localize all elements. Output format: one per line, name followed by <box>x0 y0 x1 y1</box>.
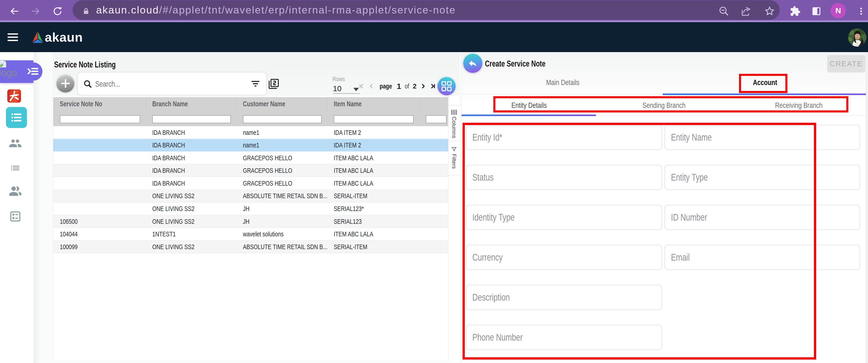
share-icon[interactable] <box>740 0 752 22</box>
table-cell: ABSOLUTE TIME RETAIL SDN B... <box>236 190 327 202</box>
zoom-out-icon[interactable] <box>718 0 730 22</box>
bookmark-star-icon[interactable] <box>764 0 776 22</box>
back-button[interactable] <box>463 54 483 73</box>
table-row[interactable]: IDA BRANCHGRACEPOS HELLOITEM ABC LALA <box>53 164 448 177</box>
column-filter-input[interactable] <box>60 115 140 123</box>
table-cell: 100099 <box>53 241 146 253</box>
tab-main-details[interactable]: Main Details <box>484 76 642 89</box>
column-filter-input[interactable] <box>152 115 231 123</box>
sidebar-item-ballot-icon[interactable] <box>9 210 22 223</box>
pages-count-icon[interactable] <box>268 78 279 89</box>
table-row[interactable]: 106500ONE LIVING SS2JHSERIAL123 <box>53 215 448 228</box>
column-header[interactable]: Branch Name <box>146 97 236 111</box>
url-path: /#/applet/tnt/wavelet/erp/internal-rma-a… <box>159 4 456 16</box>
next-page-icon[interactable] <box>420 83 427 90</box>
browser-profile-badge[interactable]: N <box>831 3 846 18</box>
sidebar-item-people-alt-icon[interactable] <box>9 184 22 197</box>
page-total: 2 <box>413 82 417 90</box>
table-cell <box>419 126 448 139</box>
table-cell <box>53 190 146 202</box>
page-scrollbar[interactable] <box>866 52 868 363</box>
table-cell <box>53 164 146 177</box>
broken-image-icon <box>0 60 6 68</box>
page-word: page <box>380 82 392 90</box>
extensions-puzzle-icon[interactable] <box>789 0 801 22</box>
user-avatar[interactable] <box>848 28 866 47</box>
create-button[interactable]: CREATE <box>827 55 865 73</box>
table-cell: GRACEPOS HELLO <box>236 164 327 177</box>
table-cell <box>419 241 448 253</box>
browser-back-icon[interactable] <box>9 0 20 22</box>
tab-filters[interactable]: Filters <box>448 141 460 175</box>
sidebar-shadow <box>34 52 50 363</box>
tab-columns-label: Columns <box>451 117 457 138</box>
table-row[interactable]: IDA BRANCHname1IDA ITEM 2 <box>53 139 448 152</box>
search-icon <box>83 79 92 89</box>
pagination: page 1 of 2 <box>358 81 436 91</box>
tenant-app-icon[interactable] <box>7 89 21 103</box>
annotation-box-subtabs <box>493 96 848 112</box>
column-filter-input[interactable] <box>334 115 414 123</box>
table-cell <box>419 139 448 151</box>
annotation-box-account-tab <box>739 74 787 93</box>
page-current: 1 <box>397 82 401 91</box>
sidebar-item-listing-active[interactable] <box>6 107 27 128</box>
table-row[interactable]: 1040441NTEST1wavelet solutionsITEM ABC L… <box>53 228 448 241</box>
table-cell: SERIAL123* <box>327 202 419 215</box>
table-cell: SERIAL-ITEM <box>327 190 419 202</box>
table-row[interactable]: ONE LIVING SS2JHSERIAL123* <box>53 202 448 215</box>
tab-columns[interactable]: Columns <box>448 105 460 141</box>
browser-forward-icon[interactable] <box>30 0 41 22</box>
table-cell: SERIAL123 <box>327 215 419 228</box>
table-cell: IDA BRANCH <box>146 177 236 190</box>
table-cell: GRACEPOS HELLO <box>236 177 327 190</box>
table-row[interactable]: ONE LIVING SS2ABSOLUTE TIME RETAIL SDN B… <box>53 190 448 202</box>
tab-filters-label: Filters <box>451 154 457 169</box>
table-cell: name1 <box>236 139 327 151</box>
column-header[interactable] <box>419 97 448 111</box>
logo-alt-text: logo <box>0 67 17 78</box>
table-cell <box>419 177 448 190</box>
sidebar-item-list-icon[interactable] <box>9 163 21 173</box>
table-row[interactable]: IDA BRANCHGRACEPOS HELLOITEM ABC LALA <box>53 151 448 164</box>
table-cell: 1NTEST1 <box>146 228 236 241</box>
annotation-box-fields <box>463 123 816 360</box>
listing-title: Service Note Listing <box>54 60 116 69</box>
sidebar-collapse-icon[interactable] <box>27 68 38 75</box>
column-header[interactable]: Item Name <box>327 97 419 111</box>
table-cell: ITEM ABC LALA <box>327 228 419 241</box>
add-service-note-button[interactable] <box>56 74 74 92</box>
prev-page-icon[interactable] <box>368 83 375 90</box>
url-text: akaun.cloud/#/applet/tnt/wavelet/erp/int… <box>96 0 456 20</box>
table-cell: JH <box>236 202 327 215</box>
table-row[interactable]: IDA BRANCHname1IDA ITEM 2 <box>53 126 448 139</box>
hamburger-menu-icon[interactable] <box>7 22 18 52</box>
side-panel-icon[interactable] <box>810 0 823 22</box>
page-of: of <box>405 82 409 90</box>
side-tool-strip: Columns Filters <box>448 97 459 361</box>
column-filter-input[interactable] <box>243 115 322 123</box>
table-cell <box>419 228 448 241</box>
table-row[interactable]: 100099ONE LIVING SS2ABSOLUTE TIME RETAIL… <box>53 241 448 253</box>
table-cell: 104044 <box>53 228 146 241</box>
table-row[interactable]: IDA BRANCHGRACEPOS HELLOITEM ABC LALA <box>53 177 448 190</box>
filter-list-icon[interactable] <box>251 80 260 88</box>
last-page-icon[interactable] <box>429 83 436 90</box>
search-input[interactable] <box>95 79 217 88</box>
apps-grid-button[interactable] <box>437 77 456 95</box>
browser-reload-icon[interactable] <box>52 0 63 22</box>
filters-icon <box>451 146 457 152</box>
column-header[interactable]: Customer Name <box>236 97 327 111</box>
first-page-icon[interactable] <box>358 83 365 90</box>
column-header[interactable]: Service Note No <box>53 97 146 111</box>
table-cell <box>419 164 448 177</box>
sidebar-item-people-icon[interactable] <box>9 137 22 150</box>
column-filter-input[interactable] <box>426 115 446 123</box>
table-cell: JH <box>236 215 327 228</box>
table-cell: ABSOLUTE TIME RETAIL SDN B... <box>236 241 327 253</box>
table-cell: IDA BRANCH <box>146 139 236 151</box>
table-cell: SERIAL-ITEM <box>327 241 419 253</box>
table-cell: ITEM ABC LALA <box>327 177 419 190</box>
browser-menu-dots-icon[interactable] <box>857 0 866 22</box>
rows-per-page-select[interactable]: 10 <box>333 84 360 94</box>
